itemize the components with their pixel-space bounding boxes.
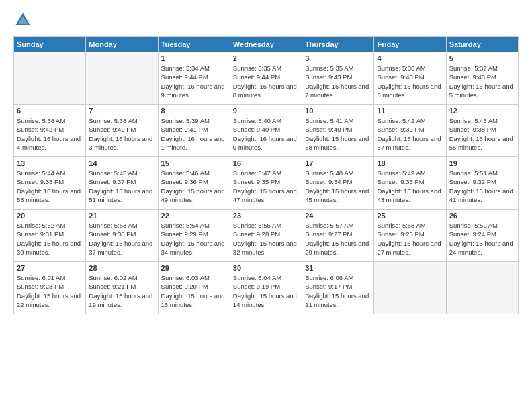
calendar-week-row: 27Sunrise: 6:01 AMSunset: 9:23 PMDayligh… <box>14 262 519 314</box>
day-number: 30 <box>233 264 299 272</box>
calendar-cell: 20Sunrise: 5:52 AMSunset: 9:31 PMDayligh… <box>14 210 86 262</box>
day-number: 19 <box>449 159 515 167</box>
calendar-cell: 5Sunrise: 5:37 AMSunset: 9:43 PMDaylight… <box>446 52 518 105</box>
sunset: Sunset: 9:43 PM <box>449 73 496 81</box>
sunrise: Sunrise: 5:38 AM <box>17 117 65 124</box>
calendar-cell: 8Sunrise: 5:39 AMSunset: 9:41 PMDaylight… <box>158 105 230 157</box>
day-number: 17 <box>305 159 371 167</box>
sunset: Sunset: 9:40 PM <box>233 126 280 133</box>
sunrise: Sunrise: 6:06 AM <box>305 274 353 281</box>
calendar-week-row: 6Sunrise: 5:38 AMSunset: 9:42 PMDaylight… <box>14 105 519 157</box>
day-number: 8 <box>161 107 227 115</box>
sunrise: Sunrise: 5:49 AM <box>377 169 425 177</box>
calendar-cell: 17Sunrise: 5:48 AMSunset: 9:34 PMDayligh… <box>302 157 374 210</box>
calendar-cell: 3Sunrise: 5:35 AMSunset: 9:43 PMDaylight… <box>302 52 374 105</box>
sunset: Sunset: 9:33 PM <box>377 178 424 185</box>
calendar-week-row: 20Sunrise: 5:52 AMSunset: 9:31 PMDayligh… <box>14 210 519 262</box>
sunrise: Sunrise: 5:54 AM <box>161 222 210 229</box>
weekday-header: Tuesday <box>158 37 230 52</box>
day-number: 15 <box>161 159 227 167</box>
sunset: Sunset: 9:44 PM <box>233 73 280 81</box>
sunrise: Sunrise: 5:36 AM <box>377 64 425 72</box>
sunrise: Sunrise: 5:59 AM <box>449 222 498 229</box>
sunset: Sunset: 9:25 PM <box>377 230 424 238</box>
sunrise: Sunrise: 5:57 AM <box>305 222 353 229</box>
sunset: Sunset: 9:41 PM <box>161 126 208 133</box>
sunrise: Sunrise: 5:44 AM <box>17 169 65 177</box>
daylight: Daylight: 15 hours and 53 minutes. <box>17 187 81 203</box>
day-info: Sunrise: 5:44 AMSunset: 9:38 PMDaylight:… <box>17 169 83 204</box>
day-number: 21 <box>89 212 154 220</box>
daylight: Daylight: 16 hours and 3 minutes. <box>89 135 152 151</box>
day-number: 4 <box>377 54 443 62</box>
sunset: Sunset: 9:30 PM <box>89 230 136 238</box>
calendar-cell: 10Sunrise: 5:41 AMSunset: 9:40 PMDayligh… <box>302 105 374 157</box>
calendar-cell: 18Sunrise: 5:49 AMSunset: 9:33 PMDayligh… <box>374 157 446 210</box>
calendar-cell: 28Sunrise: 6:02 AMSunset: 9:21 PMDayligh… <box>86 262 158 314</box>
sunrise: Sunrise: 6:01 AM <box>17 274 65 281</box>
sunrise: Sunrise: 5:37 AM <box>449 64 498 72</box>
sunrise: Sunrise: 5:40 AM <box>233 117 281 124</box>
day-number: 7 <box>89 107 154 115</box>
day-info: Sunrise: 5:48 AMSunset: 9:34 PMDaylight:… <box>305 169 371 204</box>
day-info: Sunrise: 6:01 AMSunset: 9:23 PMDaylight:… <box>17 273 83 309</box>
day-number: 1 <box>161 54 227 62</box>
daylight: Daylight: 16 hours and 7 minutes. <box>305 83 369 99</box>
calendar-cell: 2Sunrise: 5:35 AMSunset: 9:44 PMDaylight… <box>230 52 302 105</box>
day-info: Sunrise: 5:35 AMSunset: 9:44 PMDaylight:… <box>233 64 299 99</box>
day-number: 23 <box>233 212 299 220</box>
sunset: Sunset: 9:23 PM <box>17 283 64 290</box>
daylight: Daylight: 15 hours and 41 minutes. <box>449 187 513 203</box>
sunrise: Sunrise: 5:39 AM <box>161 117 210 124</box>
daylight: Daylight: 15 hours and 45 minutes. <box>305 187 369 203</box>
sunset: Sunset: 9:29 PM <box>161 230 208 238</box>
day-info: Sunrise: 5:36 AMSunset: 9:43 PMDaylight:… <box>377 64 443 99</box>
logo-icon <box>13 11 32 30</box>
daylight: Daylight: 16 hours and 9 minutes. <box>161 83 225 99</box>
day-info: Sunrise: 5:43 AMSunset: 9:38 PMDaylight:… <box>449 116 515 152</box>
calendar-cell: 13Sunrise: 5:44 AMSunset: 9:38 PMDayligh… <box>14 157 86 210</box>
sunrise: Sunrise: 5:41 AM <box>305 117 353 124</box>
calendar-cell: 1Sunrise: 5:34 AMSunset: 9:44 PMDaylight… <box>158 52 230 105</box>
sunset: Sunset: 9:43 PM <box>377 73 424 81</box>
calendar-cell: 6Sunrise: 5:38 AMSunset: 9:42 PMDaylight… <box>14 105 86 157</box>
daylight: Daylight: 15 hours and 24 minutes. <box>449 240 513 256</box>
daylight: Daylight: 15 hours and 55 minutes. <box>449 135 513 151</box>
daylight: Daylight: 15 hours and 39 minutes. <box>17 240 81 256</box>
day-info: Sunrise: 6:04 AMSunset: 9:19 PMDaylight:… <box>233 273 299 309</box>
day-number: 12 <box>449 107 515 115</box>
day-info: Sunrise: 6:02 AMSunset: 9:21 PMDaylight:… <box>89 273 154 309</box>
calendar: SundayMondayTuesdayWednesdayThursdayFrid… <box>13 36 519 314</box>
calendar-cell <box>446 262 518 314</box>
day-number: 16 <box>233 159 299 167</box>
day-info: Sunrise: 5:54 AMSunset: 9:29 PMDaylight:… <box>161 221 227 257</box>
day-number: 27 <box>17 264 83 272</box>
calendar-cell: 7Sunrise: 5:38 AMSunset: 9:42 PMDaylight… <box>86 105 158 157</box>
sunset: Sunset: 9:40 PM <box>305 126 352 133</box>
day-number: 20 <box>17 212 83 220</box>
day-number: 6 <box>17 107 83 115</box>
daylight: Daylight: 15 hours and 58 minutes. <box>305 135 369 151</box>
daylight: Daylight: 15 hours and 11 minutes. <box>305 292 369 308</box>
daylight: Daylight: 15 hours and 29 minutes. <box>305 240 369 256</box>
sunrise: Sunrise: 5:35 AM <box>305 64 353 72</box>
calendar-cell: 29Sunrise: 6:03 AMSunset: 9:20 PMDayligh… <box>158 262 230 314</box>
daylight: Daylight: 16 hours and 4 minutes. <box>17 135 81 151</box>
sunrise: Sunrise: 5:58 AM <box>377 222 425 229</box>
day-number: 24 <box>305 212 371 220</box>
calendar-header: SundayMondayTuesdayWednesdayThursdayFrid… <box>14 37 519 52</box>
daylight: Daylight: 15 hours and 49 minutes. <box>161 187 225 203</box>
sunset: Sunset: 9:44 PM <box>161 73 208 81</box>
weekday-header: Friday <box>374 37 446 52</box>
day-info: Sunrise: 5:49 AMSunset: 9:33 PMDaylight:… <box>377 169 443 204</box>
weekday-header: Saturday <box>446 37 518 52</box>
header <box>13 11 519 30</box>
day-info: Sunrise: 5:39 AMSunset: 9:41 PMDaylight:… <box>161 116 227 152</box>
sunset: Sunset: 9:24 PM <box>449 230 496 238</box>
day-number: 28 <box>89 264 154 272</box>
daylight: Daylight: 15 hours and 37 minutes. <box>89 240 152 256</box>
day-info: Sunrise: 5:47 AMSunset: 9:35 PMDaylight:… <box>233 169 299 204</box>
day-info: Sunrise: 5:58 AMSunset: 9:25 PMDaylight:… <box>377 221 443 257</box>
sunset: Sunset: 9:28 PM <box>233 230 280 238</box>
day-number: 31 <box>305 264 371 272</box>
